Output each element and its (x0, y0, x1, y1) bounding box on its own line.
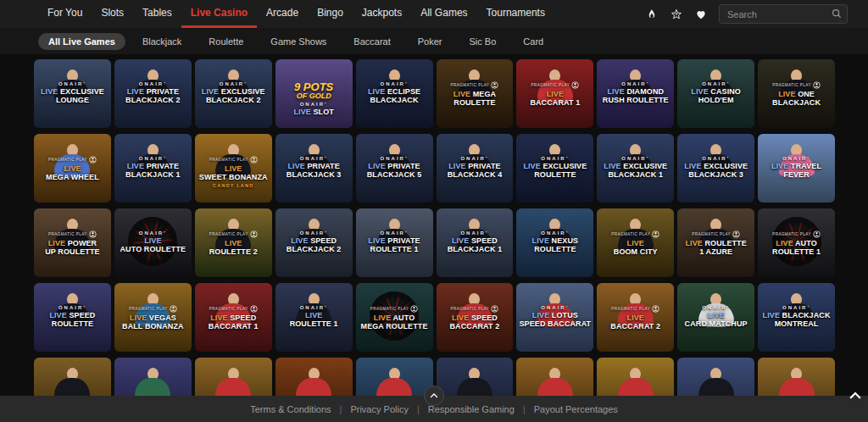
filter-game-shows[interactable]: Game Shows (260, 33, 337, 50)
game-tile[interactable]: PRAGMATIC PLAYLIVE AUTOROULETTE 1 (758, 208, 835, 277)
filter-baccarat[interactable]: Baccarat (343, 33, 400, 50)
game-tile[interactable]: ONAIR’LIVE CASINOHOLD'EM (677, 59, 754, 128)
game-tile[interactable]: ONAIR’LIVE PRIVATEROULETTE 1 (356, 208, 433, 277)
game-tile[interactable]: ONAIR’LIVEAUTO ROULETTE (114, 208, 192, 277)
game-title-line: LOUNGE (35, 96, 110, 104)
top-nav: For YouSlotsTablesLive CasinoArcadeBingo… (0, 0, 868, 28)
game-label: ONAIR’LIVE SPEEDROULETTE (35, 305, 110, 329)
game-tile[interactable]: ONAIR’LIVE NEXUSROULETTE (516, 208, 593, 277)
game-title-line: LIVE PRIVATE (276, 162, 352, 170)
game-tile[interactable]: ONAIR’LIVE EXCLUSIVEBLACKJACK 2 (195, 59, 272, 128)
nav-item-live-casino[interactable]: Live Casino (181, 0, 257, 28)
game-tile[interactable]: PRAGMATIC PLAYLIVEBOOM CITY (597, 208, 674, 277)
game-label: PRAGMATIC PLAYLIVE AUTOROULETTE 1 (759, 230, 834, 257)
nav-item-jackpots[interactable]: Jackpots (353, 0, 411, 28)
game-tile[interactable]: PRAGMATIC PLAYLIVEMEGA WHEEL (34, 134, 111, 203)
game-label: ONAIR’LIVE DIAMONDRUSH ROULETTE (598, 81, 673, 105)
game-tile[interactable]: ONAIR’LIVE PRIVATEBLACKJACK 4 (437, 134, 514, 203)
game-title-line: LIVE (276, 311, 352, 319)
footer-link-privacy-policy[interactable]: Privacy Policy (350, 404, 408, 414)
game-title-line: ROULETTE (517, 245, 593, 253)
game-title-line: LIVE ROULETTE (678, 239, 754, 247)
footer-link-payout-percentages[interactable]: Payout Percentages (534, 404, 618, 414)
game-tile[interactable]: ONAIR’LIVE SPEEDROULETTE (34, 283, 111, 352)
game-tile[interactable]: PRAGMATIC PLAYLIVESWEET BONANZACANDY LAN… (195, 134, 272, 203)
game-tile[interactable]: ONAIR’LIVE EXCLUSIVELOUNGE (34, 59, 111, 128)
onair-logo: ONAIR’ (276, 230, 352, 236)
search-input[interactable] (719, 4, 848, 24)
game-tile[interactable]: ONAIR’LIVE PRIVATEBLACKJACK 2 (114, 59, 192, 128)
game-tile[interactable]: PRAGMATIC PLAYLIVE SPEEDBACCARAT 2 (437, 283, 514, 352)
game-tile[interactable]: ONAIR’LIVE PRIVATEBLACKJACK 3 (275, 134, 353, 203)
nav-right (645, 0, 868, 28)
game-tile[interactable]: PRAGMATIC PLAYLIVEBACCARAT 1 (516, 59, 593, 128)
game-title-line: BLACKJACK (759, 98, 834, 107)
game-tile[interactable]: ONAIR’LIVECARD MATCHUP (677, 283, 754, 352)
nav-item-all-games[interactable]: All Games (411, 0, 476, 28)
onair-logo: ONAIR’ (598, 81, 673, 86)
game-title-line: CARD MATCHUP (678, 319, 754, 328)
game-title-line: LIVE SPEED (196, 314, 271, 322)
game-tile[interactable]: ONAIR’LIVE PRIVATEBLACKJACK 1 (114, 134, 192, 203)
new-games-icon[interactable] (670, 8, 682, 20)
game-tile[interactable]: ONAIR’LIVE BLACKJACKMONTREAL (758, 283, 835, 352)
game-tile[interactable]: ONAIR’LIVE TRAVELFEVER (758, 134, 835, 203)
game-title-line: BLACKJACK 3 (276, 170, 352, 179)
game-tile[interactable]: PRAGMATIC PLAYLIVEROULETTE 2 (195, 208, 272, 277)
game-tile[interactable]: ONAIR’LIVE EXCLUSIVEBLACKJACK 3 (677, 134, 754, 203)
onair-logo: ONAIR’ (357, 230, 432, 236)
game-title-line: LIVE TRAVEL (759, 162, 834, 170)
game-title-line: LIVE PRIVATE (357, 162, 432, 170)
game-tile[interactable]: PRAGMATIC PLAYLIVE POWERUP ROULETTE (34, 208, 111, 277)
footer-link-terms-conditions[interactable]: Terms & Conditions (250, 404, 331, 414)
filter-blackjack[interactable]: Blackjack (132, 33, 192, 50)
favorites-icon[interactable] (694, 8, 707, 20)
filter-card[interactable]: Card (513, 33, 554, 50)
nav-item-tournaments[interactable]: Tournaments (477, 0, 554, 28)
game-tile[interactable]: ONAIR’LIVE PRIVATEBLACKJACK 5 (356, 134, 433, 203)
game-label: PRAGMATIC PLAYLIVE ONEBLACKJACK (759, 81, 834, 108)
nav-item-for-you[interactable]: For You (38, 0, 92, 28)
nav-item-arcade[interactable]: Arcade (257, 0, 308, 28)
game-label: PRAGMATIC PLAYLIVE ROULETTE1 AZURE (678, 230, 754, 257)
game-tile[interactable]: ONAIR’LIVEROULETTE 1 (275, 283, 353, 352)
game-title-line: 1 AZURE (678, 247, 754, 256)
collapse-footer-button[interactable] (424, 386, 444, 406)
game-title-line: LIVE ONE (759, 90, 834, 98)
search-icon[interactable] (831, 8, 843, 19)
nav-item-tables[interactable]: Tables (133, 0, 181, 28)
filter-sic-bo[interactable]: Sic Bo (459, 33, 507, 50)
game-tile[interactable]: PRAGMATIC PLAYLIVE ROULETTE1 AZURE (677, 208, 754, 277)
game-title-line: ROULETTE 1 (759, 247, 834, 256)
filter-all-live-games[interactable]: All Live Games (38, 33, 125, 50)
game-tile[interactable]: ONAIR’LIVE EXCLUSIVEBLACKJACK 1 (597, 134, 674, 203)
game-tile[interactable]: 9 POTSOF GOLDONAIR’LIVE SLOT (275, 59, 353, 128)
game-tile[interactable]: ONAIR’LIVE EXCLUSIVEROULETTE (516, 134, 593, 203)
game-tile[interactable]: ONAIR’LIVE ECLIPSEBLACKJACK (356, 59, 433, 128)
game-tile[interactable]: ONAIR’LIVE SPEEDBLACKJACK 1 (437, 208, 514, 277)
game-title-line: MEGA WHEEL (35, 173, 110, 181)
nav-item-slots[interactable]: Slots (92, 0, 133, 28)
game-tile[interactable]: ONAIR’LIVE DIAMONDRUSH ROULETTE (597, 59, 674, 128)
footer-link-responsible-gaming[interactable]: Responsible Gaming (428, 404, 515, 414)
game-tile[interactable]: PRAGMATIC PLAYLIVE AUTOMEGA ROULETTE (356, 283, 433, 352)
nav-item-bingo[interactable]: Bingo (308, 0, 353, 28)
filter-roulette[interactable]: Roulette (198, 33, 253, 50)
game-tile[interactable]: PRAGMATIC PLAYLIVE ONEBLACKJACK (758, 59, 835, 128)
pragmatic-play-logo: PRAGMATIC PLAY (598, 230, 673, 238)
pragmatic-play-logo: PRAGMATIC PLAY (517, 81, 593, 89)
game-tile[interactable]: PRAGMATIC PLAYLIVE SPEEDBACCARAT 1 (195, 283, 272, 352)
game-label: ONAIR’LIVEAUTO ROULETTE (115, 230, 191, 254)
game-label: PRAGMATIC PLAYLIVE SPEEDBACCARAT 1 (196, 305, 271, 331)
footer-separator: | (523, 404, 526, 414)
hot-games-icon[interactable] (645, 8, 658, 20)
game-title-line: LIVE SPEED (437, 314, 513, 322)
game-tile[interactable]: PRAGMATIC PLAYLIVE VEGASBALL BONANZA (114, 283, 192, 352)
game-tile[interactable]: PRAGMATIC PLAYLIVE MEGAROULETTE (437, 59, 514, 128)
game-title-line: ROULETTE 2 (196, 247, 271, 256)
game-tile[interactable]: ONAIR’LIVE SPEEDBLACKJACK 2 (275, 208, 353, 277)
game-tile[interactable]: ONAIR’LIVE LOTUSSPEED BACCARAT (516, 283, 593, 352)
scroll-top-button[interactable] (846, 386, 865, 405)
filter-poker[interactable]: Poker (408, 33, 453, 50)
game-tile[interactable]: PRAGMATIC PLAYLIVEBACCARAT 2 (597, 283, 674, 352)
